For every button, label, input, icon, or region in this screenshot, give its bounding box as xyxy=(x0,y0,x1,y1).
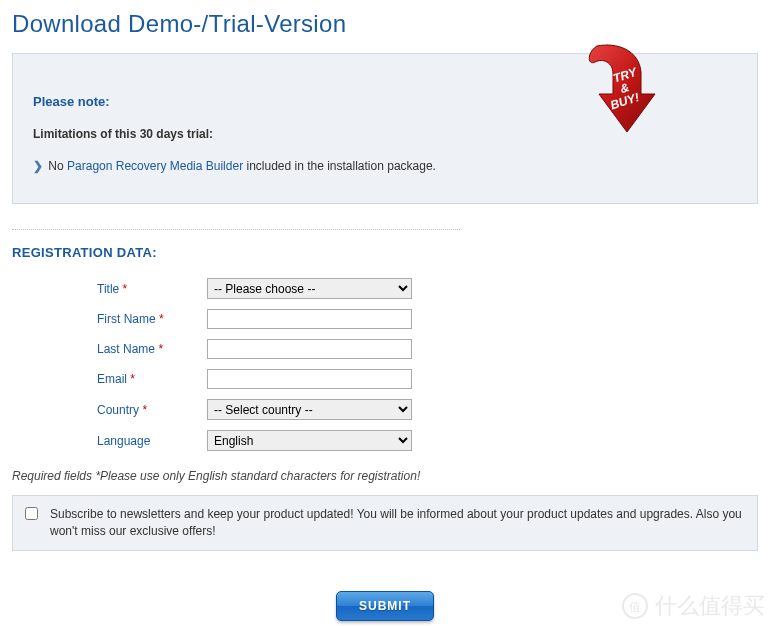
subscribe-box: Subscribe to newsletters and keep your p… xyxy=(12,495,758,551)
note-item: ❯ No Paragon Recovery Media Builder incl… xyxy=(33,159,737,173)
subscribe-text: Subscribe to newsletters and keep your p… xyxy=(50,506,745,540)
first-name-label: First Name * xyxy=(12,312,207,326)
registration-heading: REGISTRATION DATA: xyxy=(12,245,758,260)
note-suffix: included in the installation package. xyxy=(243,159,436,173)
email-label: Email * xyxy=(12,372,207,386)
arrow-icon: ❯ xyxy=(33,159,43,173)
note-prefix: No xyxy=(48,159,63,173)
title-select[interactable]: -- Please choose -- xyxy=(207,278,412,299)
submit-button[interactable]: SUBMIT xyxy=(336,591,434,621)
note-box: TRY & BUY! Please note: Limitations of t… xyxy=(12,53,758,204)
first-name-field[interactable] xyxy=(207,309,412,329)
language-label: Language xyxy=(12,434,207,448)
last-name-label: Last Name * xyxy=(12,342,207,356)
country-select[interactable]: -- Select country -- xyxy=(207,399,412,420)
required-fields-note: Required fields *Please use only English… xyxy=(12,469,758,483)
country-label: Country * xyxy=(12,403,207,417)
title-label: Title * xyxy=(12,282,207,296)
last-name-field[interactable] xyxy=(207,339,412,359)
divider xyxy=(12,229,460,230)
subscribe-checkbox[interactable] xyxy=(25,507,38,520)
recovery-media-builder-link[interactable]: Paragon Recovery Media Builder xyxy=(67,159,243,173)
page-title: Download Demo-/Trial-Version xyxy=(12,10,758,38)
language-select[interactable]: English xyxy=(207,430,412,451)
try-buy-badge: TRY & BUY! xyxy=(577,44,657,139)
email-field[interactable] xyxy=(207,369,412,389)
